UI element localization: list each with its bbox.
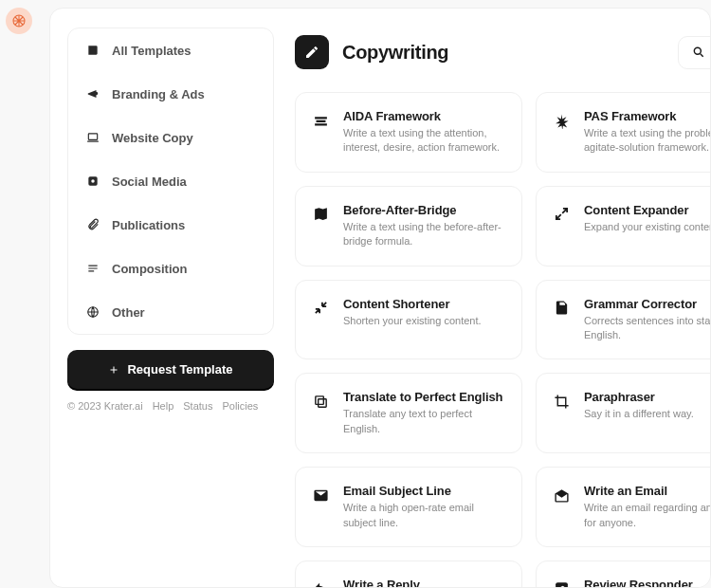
search-icon <box>692 46 705 59</box>
compress-icon <box>311 299 330 318</box>
svg-rect-1 <box>88 134 97 139</box>
template-card[interactable]: ParaphraserSay it in a different way. <box>536 373 711 453</box>
svg-rect-7 <box>315 396 323 405</box>
template-card-body: Review ResponderQuickly and accurately r… <box>584 578 711 588</box>
map-icon <box>311 205 330 224</box>
template-card-desc: Write a text using the attention, intere… <box>343 126 506 156</box>
template-card[interactable]: Email Subject LineWrite a high open-rate… <box>295 467 522 547</box>
globe-icon <box>85 304 100 320</box>
template-card[interactable]: Grammar CorrectorCorrects sentences into… <box>536 280 711 360</box>
sidebar-item-label: All Templates <box>112 44 191 58</box>
template-card[interactable]: Content ExpanderExpand your existing con… <box>536 186 711 266</box>
expand-icon <box>552 205 571 224</box>
template-card-title: Review Responder <box>584 578 711 588</box>
template-card[interactable]: PAS FrameworkWrite a text using the prob… <box>536 92 711 173</box>
sidebar-item-label: Publications <box>112 218 185 232</box>
footer-link-help[interactable]: Help <box>153 400 174 412</box>
content: Copywriting AIDA FrameworkWrite a text u… <box>291 9 711 587</box>
template-card-title: Content Shortener <box>343 297 506 311</box>
sidebar-item-website-copy[interactable]: Website Copy <box>68 116 273 159</box>
sidebar-item-label: Social Media <box>112 175 187 189</box>
template-card-desc: Corrects sentences into standard English… <box>584 314 711 343</box>
template-card-body: Write a ReplyWrite a reply for anything. <box>343 578 506 588</box>
template-card[interactable]: AIDA FrameworkWrite a text using the att… <box>295 92 522 173</box>
template-card-desc: Expand your existing content. <box>584 220 711 234</box>
paperclip-icon <box>85 217 100 232</box>
template-card-body: PAS FrameworkWrite a text using the prob… <box>584 109 711 156</box>
share-icon <box>552 579 571 588</box>
page-title: Copywriting <box>342 42 448 64</box>
content-header: Copywriting <box>291 35 711 69</box>
laptop-icon <box>85 130 100 145</box>
template-card[interactable]: Write a ReplyWrite a reply for anything. <box>295 560 522 588</box>
template-card-desc: Say it in a different way. <box>584 407 711 421</box>
svg-point-3 <box>91 179 95 183</box>
svg-rect-8 <box>556 583 568 588</box>
main-panel: All Templates Branding & Ads Website Cop… <box>49 8 711 588</box>
reply-icon <box>311 579 330 588</box>
template-grid: AIDA FrameworkWrite a text using the att… <box>291 92 711 588</box>
template-card-title: Before-After-Bridge <box>343 203 506 217</box>
request-template-label: Request Template <box>127 362 232 377</box>
brand-logo <box>6 8 32 34</box>
social-icon <box>85 174 100 189</box>
template-card[interactable]: Review ResponderQuickly and accurately r… <box>536 560 711 588</box>
svg-point-5 <box>694 47 701 54</box>
sidebar-item-other[interactable]: Other <box>68 290 273 334</box>
sidebar: All Templates Branding & Ads Website Cop… <box>50 9 291 587</box>
template-card-title: Grammar Corrector <box>584 297 711 311</box>
template-card-body: Translate to Perfect EnglishTranslate an… <box>343 390 506 436</box>
svg-rect-6 <box>318 399 326 408</box>
sidebar-item-label: Other <box>112 305 145 320</box>
template-card-body: AIDA FrameworkWrite a text using the att… <box>343 109 506 156</box>
envelope-icon <box>311 486 330 505</box>
template-card-desc: Translate any text to perfect English. <box>343 407 506 436</box>
sidebar-item-label: Branding & Ads <box>112 87 205 101</box>
sidebar-item-publications[interactable]: Publications <box>68 203 273 247</box>
list-icon <box>85 261 100 276</box>
footer-link-status[interactable]: Status <box>183 400 212 412</box>
template-card-body: Write an EmailWrite an email regarding a… <box>584 484 711 530</box>
sidebar-item-composition[interactable]: Composition <box>68 247 273 290</box>
template-card-desc: Shorten your existing content. <box>343 314 506 328</box>
footer-link-policies[interactable]: Policies <box>222 400 258 412</box>
footer-copyright: © 2023 Krater.ai <box>67 400 143 412</box>
sidebar-list: All Templates Branding & Ads Website Cop… <box>67 28 274 335</box>
template-card-body: Grammar CorrectorCorrects sentences into… <box>584 297 711 343</box>
template-card-title: Email Subject Line <box>343 484 506 498</box>
template-card[interactable]: Write an EmailWrite an email regarding a… <box>536 467 711 547</box>
sidebar-item-label: Composition <box>112 262 187 276</box>
plus-icon <box>108 364 119 376</box>
template-card-title: Write an Email <box>584 484 711 498</box>
sidebar-item-label: Website Copy <box>112 131 193 145</box>
template-card-desc: Write an email regarding anything for an… <box>584 501 711 530</box>
copy-icon <box>311 392 330 411</box>
template-card-body: Before-After-BridgeWrite a text using th… <box>343 203 506 249</box>
envelope-open-icon <box>552 486 571 505</box>
megaphone-icon <box>85 86 100 101</box>
template-card-title: Write a Reply <box>343 578 506 588</box>
template-card-title: Content Expander <box>584 203 711 217</box>
template-card[interactable]: Translate to Perfect EnglishTranslate an… <box>295 373 522 453</box>
sidebar-item-social-media[interactable]: Social Media <box>68 159 273 203</box>
bars-icon <box>311 111 330 130</box>
template-card-desc: Write a text using the before-after-brid… <box>343 220 506 249</box>
template-card-body: Email Subject LineWrite a high open-rate… <box>343 484 506 530</box>
template-card[interactable]: Content ShortenerShorten your existing c… <box>295 280 522 360</box>
template-card-desc: Write a text using the problem-agitate-s… <box>584 126 711 156</box>
templates-icon <box>85 43 100 58</box>
template-card-body: ParaphraserSay it in a different way. <box>584 390 711 421</box>
pencil-icon <box>295 35 329 69</box>
request-template-button[interactable]: Request Template <box>67 350 274 389</box>
sidebar-item-branding-ads[interactable]: Branding & Ads <box>68 72 273 116</box>
template-card-title: PAS Framework <box>584 109 711 123</box>
template-card[interactable]: Before-After-BridgeWrite a text using th… <box>295 186 522 266</box>
template-card-body: Content ShortenerShorten your existing c… <box>343 297 506 328</box>
content-title-wrap: Copywriting <box>295 35 448 69</box>
footer: © 2023 Krater.ai Help Status Policies <box>67 400 274 412</box>
crop-icon <box>552 392 571 411</box>
search-box[interactable] <box>678 36 711 69</box>
template-card-desc: Write a high open-rate email subject lin… <box>343 501 506 530</box>
template-card-title: Paraphraser <box>584 390 711 404</box>
sidebar-item-all-templates[interactable]: All Templates <box>68 28 273 72</box>
